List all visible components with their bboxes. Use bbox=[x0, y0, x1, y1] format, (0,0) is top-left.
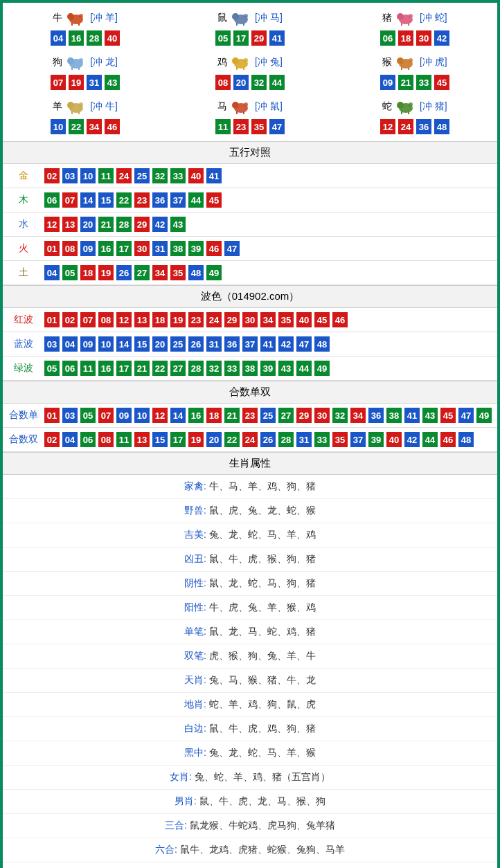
svg-rect-24 bbox=[243, 67, 244, 70]
attribute-row: 白边: 鼠、牛、虎、鸡、狗、猪 bbox=[3, 717, 497, 741]
number-chip: 11 bbox=[80, 361, 96, 376]
zodiac-cell: 鼠 [冲 马]05172941 bbox=[168, 6, 332, 50]
attribute-label: 地肖: bbox=[184, 698, 206, 709]
svg-point-12 bbox=[409, 14, 413, 18]
row-label: 土 bbox=[8, 266, 39, 279]
zodiac-number-row: 04162840 bbox=[3, 30, 168, 46]
zodiac-number-row: 06183042 bbox=[332, 30, 497, 46]
row-label: 木 bbox=[8, 194, 39, 206]
number-chip: 49 bbox=[476, 408, 492, 423]
number-row: 合数双0204060811131517192022242628313335373… bbox=[3, 428, 497, 452]
row-label: 绿波 bbox=[8, 362, 39, 374]
number-row: 木06071415222336374445 bbox=[3, 188, 497, 213]
number-chip: 14 bbox=[116, 336, 132, 352]
number-chip: 49 bbox=[206, 265, 222, 280]
zodiac-icon bbox=[229, 54, 253, 71]
svg-point-36 bbox=[232, 102, 239, 109]
attribute-row: 吉美: 兔、龙、蛇、马、羊、鸡 bbox=[3, 523, 497, 548]
svg-rect-19 bbox=[78, 67, 80, 70]
row-label: 水 bbox=[8, 218, 39, 230]
number-chip: 28 bbox=[278, 432, 294, 447]
svg-point-17 bbox=[79, 58, 83, 62]
zodiac-clash: [冲 蛇] bbox=[420, 12, 447, 24]
attribute-value: 鼠牛、龙鸡、虎猪、蛇猴、兔狗、马羊 bbox=[177, 844, 345, 855]
number-wrap: 0103050709101214161821232527293032343638… bbox=[44, 408, 492, 423]
number-chip: 22 bbox=[224, 432, 240, 447]
number-chip: 41 bbox=[206, 168, 222, 183]
number-chip: 03 bbox=[62, 408, 78, 423]
number-chip: 19 bbox=[170, 312, 186, 327]
zodiac-clash: [冲 龙] bbox=[90, 56, 118, 69]
number-chip: 31 bbox=[296, 432, 312, 447]
row-label: 合数双 bbox=[8, 433, 39, 446]
svg-point-21 bbox=[232, 57, 239, 64]
attribute-value: 鼠、牛、虎、猴、狗、猪 bbox=[206, 553, 316, 564]
number-chip: 41 bbox=[260, 336, 276, 352]
number-row: 金02031011242532334041 bbox=[3, 164, 497, 188]
attribute-row: 六合: 鼠牛、龙鸡、虎猪、蛇猴、兔狗、马羊 bbox=[3, 838, 497, 862]
number-chip: 21 bbox=[98, 217, 114, 232]
number-chip: 05 bbox=[80, 408, 96, 423]
attribute-label: 野兽: bbox=[184, 505, 206, 516]
zodiac-cell: 鸡 [冲 兔]08203244 bbox=[168, 50, 332, 94]
number-chip: 39 bbox=[368, 432, 384, 447]
number-chip: 09 bbox=[80, 336, 96, 352]
number-row: 绿波05061116172122272832333839434449 bbox=[3, 356, 497, 381]
number-chip: 15 bbox=[134, 336, 150, 352]
number-chip: 42 bbox=[404, 432, 420, 447]
number-chip: 46 bbox=[440, 432, 456, 447]
svg-rect-13 bbox=[401, 23, 402, 26]
number-chip: 25 bbox=[134, 168, 150, 183]
number-chip: 06 bbox=[62, 361, 78, 376]
attribute-row: 女肖: 兔、蛇、羊、鸡、猪（五宫肖） bbox=[3, 766, 497, 790]
attribute-label: 阳性: bbox=[184, 602, 206, 613]
number-chip: 31 bbox=[152, 241, 168, 256]
number-chip: 02 bbox=[44, 168, 60, 183]
row-label: 红波 bbox=[8, 314, 39, 326]
number-chip: 44 bbox=[269, 75, 285, 90]
number-chip: 22 bbox=[152, 361, 168, 376]
zodiac-icon bbox=[393, 98, 418, 115]
number-chip: 40 bbox=[386, 432, 402, 447]
number-chip: 46 bbox=[332, 312, 348, 327]
number-chip: 04 bbox=[62, 432, 78, 447]
number-chip: 28 bbox=[116, 217, 132, 232]
number-chip: 27 bbox=[278, 408, 294, 423]
number-chip: 19 bbox=[98, 265, 114, 280]
number-chip: 04 bbox=[51, 30, 66, 46]
number-chip: 26 bbox=[260, 432, 276, 447]
number-chip: 19 bbox=[188, 432, 204, 447]
number-chip: 03 bbox=[44, 336, 60, 352]
zodiac-icon bbox=[64, 98, 89, 115]
svg-rect-44 bbox=[408, 111, 409, 114]
number-chip: 32 bbox=[251, 75, 267, 90]
svg-rect-14 bbox=[408, 23, 409, 26]
attribute-value: 蛇、羊、鸡、狗、鼠、虎 bbox=[206, 698, 316, 709]
number-chip: 25 bbox=[260, 408, 276, 423]
number-chip: 01 bbox=[44, 408, 60, 423]
number-chip: 11 bbox=[116, 432, 132, 447]
number-wrap: 0204060811131517192022242628313335373940… bbox=[44, 432, 474, 447]
number-chip: 48 bbox=[434, 119, 449, 134]
svg-rect-38 bbox=[236, 111, 238, 114]
number-chip: 28 bbox=[188, 361, 204, 376]
attribute-value: 鼠龙猴、牛蛇鸡、虎马狗、兔羊猪 bbox=[187, 820, 335, 831]
zodiac-cell: 猪 [冲 蛇]06183042 bbox=[332, 6, 497, 50]
number-chip: 25 bbox=[170, 336, 186, 352]
number-chip: 40 bbox=[296, 312, 312, 327]
zodiac-clash: [冲 兔] bbox=[255, 56, 283, 69]
attribute-value: 牛、虎、兔、羊、猴、鸡 bbox=[206, 602, 316, 613]
attribute-row: 双笔: 虎、猴、狗、兔、羊、牛 bbox=[3, 644, 497, 669]
zodiac-clash: [冲 猪] bbox=[420, 100, 447, 113]
number-chip: 31 bbox=[87, 75, 102, 90]
zodiac-cell: 蛇 [冲 猪]12243648 bbox=[332, 94, 497, 138]
section-header-bose: 波色（014902.com） bbox=[3, 285, 497, 308]
number-chip: 04 bbox=[44, 265, 60, 280]
number-chip: 41 bbox=[269, 30, 285, 46]
section-header-wuxing: 五行对照 bbox=[3, 141, 497, 164]
number-chip: 34 bbox=[260, 312, 276, 327]
zodiac-clash: [冲 虎] bbox=[420, 56, 447, 69]
attribute-row: 地肖: 蛇、羊、鸡、狗、鼠、虎 bbox=[3, 693, 497, 717]
shuxing-rows: 家禽: 牛、马、羊、鸡、狗、猪野兽: 鼠、虎、兔、龙、蛇、猴吉美: 兔、龙、蛇、… bbox=[3, 475, 497, 862]
number-chip: 35 bbox=[278, 312, 294, 327]
